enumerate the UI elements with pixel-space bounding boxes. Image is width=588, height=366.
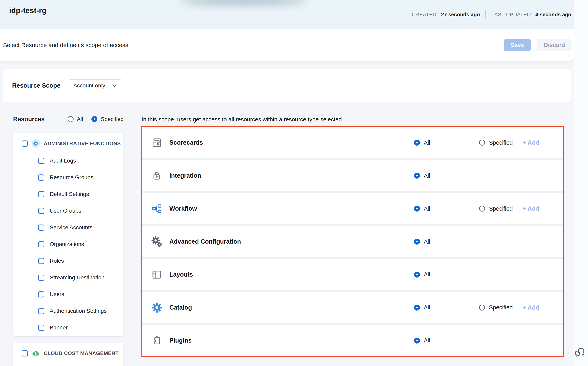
checkbox[interactable] (38, 158, 44, 164)
resources-all-radio[interactable]: All (68, 116, 83, 122)
cloud-cost-label: CLOUD COST MANAGEMENT (44, 350, 119, 357)
gear-badge-icon (32, 139, 40, 148)
tree-item-recommendations: Recommendations (13, 362, 124, 366)
checkbox[interactable] (38, 225, 44, 231)
header-shadow-smudge (180, 0, 307, 4)
chevron-down-icon (112, 84, 117, 87)
workflow-icon (151, 203, 162, 214)
radio-selected-icon[interactable] (92, 116, 97, 122)
created-label: CREATED: (412, 12, 438, 18)
created-value: 27 seconds ago (441, 12, 480, 18)
tree-item-authentication-settings: Authentication Settings (13, 303, 124, 319)
row-plugins: Plugins All (142, 325, 563, 356)
tree-item-banner: Banner (13, 319, 124, 336)
scorecards-all-radio[interactable]: All (414, 139, 479, 146)
action-subtitle: Select Resource and define its scope of … (3, 42, 130, 48)
save-button[interactable]: Save (504, 39, 531, 51)
checkbox[interactable] (38, 208, 44, 214)
resources-title: Resources (13, 116, 45, 123)
tree-item-audit-logs: Audit Logs (13, 152, 124, 169)
resource-scope-selected-value: Account only (73, 83, 105, 89)
last-updated-label: LAST UPDATED: (491, 12, 532, 18)
checkbox[interactable] (38, 258, 44, 264)
tree-item-user-groups: User Groups (13, 202, 124, 219)
admin-functions-card: ADMINISTRATIVE FUNCTIONS Audit Logs Reso… (13, 133, 124, 336)
puzzle-icon (151, 335, 162, 346)
resource-scope-dropdown[interactable]: Account only (68, 79, 122, 92)
row-title: Plugins (169, 337, 192, 344)
gear-blue-icon (151, 302, 162, 313)
admin-functions-checkbox[interactable] (22, 140, 28, 147)
checkbox[interactable] (38, 191, 44, 197)
action-buttons: Save Discard (504, 39, 572, 51)
cloud-cost-checkbox[interactable] (22, 350, 28, 357)
cloud-cost-items: Recommendations (13, 362, 124, 366)
page-header: idp-test-rg CREATED: 27 seconds ago LAST… (0, 0, 588, 29)
scorecard-icon (151, 137, 162, 148)
checkbox[interactable] (38, 241, 44, 247)
checkbox[interactable] (38, 274, 44, 281)
row-title: Scorecards (169, 139, 203, 146)
workflow-specified-radio[interactable]: Specified (479, 206, 522, 212)
svg-text:$: $ (35, 352, 37, 355)
tree-item-service-accounts: Service Accounts (13, 219, 124, 236)
row-layouts: Layouts All (142, 259, 563, 290)
catalog-all-radio[interactable]: All (414, 304, 479, 311)
checkbox[interactable] (38, 291, 44, 297)
catalog-specified-radio[interactable]: Specified (479, 304, 522, 311)
catalog-add-link[interactable]: + Add (522, 304, 540, 311)
resource-scope-card: Resource Scope Account only (3, 69, 571, 102)
layouts-all-radio[interactable]: All (414, 271, 479, 278)
discard-button[interactable]: Discard (537, 39, 572, 51)
header-meta: CREATED: 27 seconds ago LAST UPDATED: 4 … (412, 0, 571, 29)
scorecards-specified-radio[interactable]: Specified (479, 139, 522, 146)
tree-item-default-settings: Default Settings (13, 186, 124, 202)
tree-item-roles: Roles (13, 252, 124, 269)
radio-selected-icon[interactable] (414, 173, 420, 179)
row-integration: Integration All (142, 160, 563, 191)
checkbox[interactable] (38, 325, 44, 331)
checkbox[interactable] (38, 308, 44, 314)
radio-selected-icon[interactable] (414, 272, 420, 278)
gears-icon (151, 236, 162, 247)
admin-functions-header: ADMINISTRATIVE FUNCTIONS (13, 139, 124, 148)
row-title: Layouts (169, 271, 193, 278)
row-title: Catalog (169, 304, 192, 311)
cloud-cost-card: $ CLOUD COST MANAGEMENT Recommendations (13, 343, 124, 366)
cloud-dollar-icon: $ (32, 349, 40, 358)
radio-unselected-icon[interactable] (479, 140, 485, 146)
radio-selected-icon[interactable] (414, 338, 420, 343)
radio-unselected-icon[interactable] (479, 305, 485, 311)
resources-mode-radios: All Specified (68, 116, 124, 122)
row-title: Advanced Configuration (169, 238, 241, 245)
plugins-all-radio[interactable]: All (414, 337, 479, 344)
checkbox[interactable] (38, 175, 44, 181)
row-catalog: Catalog All Specified + Add (142, 292, 563, 323)
resource-types-panel: Scorecards All Specified + Add (141, 126, 564, 357)
radio-unselected-icon[interactable] (479, 206, 485, 212)
row-title: Workflow (169, 205, 197, 212)
radio-selected-icon[interactable] (414, 140, 420, 146)
row-title: Integration (169, 172, 201, 179)
tree-item-streaming-destination: Streaming Destination (13, 269, 124, 286)
chat-bubbles-icon[interactable] (574, 347, 586, 358)
scope-note: In this scope, users get access to all r… (141, 116, 343, 123)
radio-selected-icon[interactable] (414, 239, 420, 244)
resources-specified-radio[interactable]: Specified (92, 116, 124, 122)
lock-icon (151, 170, 162, 181)
admin-functions-label: ADMINISTRATIVE FUNCTIONS (44, 140, 121, 147)
integration-all-radio[interactable]: All (414, 172, 479, 179)
tree-item-organizations: Organizations (13, 236, 124, 252)
workflow-add-link[interactable]: + Add (522, 205, 540, 212)
radio-selected-icon[interactable] (414, 305, 420, 311)
tree-item-resource-groups: Resource Groups (13, 169, 124, 186)
last-updated-value: 4 seconds ago (535, 12, 571, 18)
workflow-all-radio[interactable]: All (414, 206, 479, 212)
resources-header: Resources All Specified (13, 114, 124, 125)
page-title: idp-test-rg (9, 6, 46, 15)
radio-unselected-icon[interactable] (68, 116, 74, 122)
scorecards-add-link[interactable]: + Add (522, 139, 540, 146)
resource-scope-label: Resource Scope (12, 82, 61, 89)
radio-selected-icon[interactable] (414, 206, 420, 212)
advanced-configuration-all-radio[interactable]: All (414, 238, 479, 245)
